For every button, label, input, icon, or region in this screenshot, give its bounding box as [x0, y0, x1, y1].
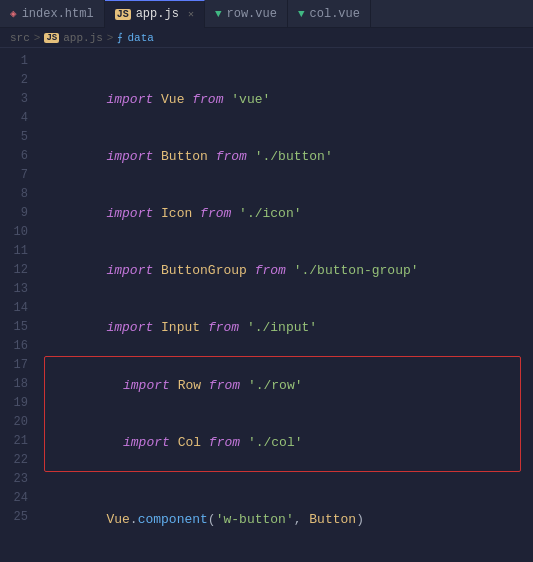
vue-icon-2: ▼: [298, 8, 305, 20]
bc-js-icon: JS: [44, 33, 59, 43]
js-icon: JS: [115, 9, 131, 20]
tab-label: row.vue: [227, 7, 277, 21]
bc-file: app.js: [63, 32, 103, 44]
code-line-2: import Vue from 'vue': [44, 71, 525, 128]
code-line-10: Vue.component('w-button', Button): [44, 491, 525, 548]
line-numbers: 1 2 3 4 5 6 7 8 9 10 11 12 13 14 15 16 1…: [0, 48, 36, 554]
code-line-8: import Col from './col': [45, 414, 520, 471]
code-line-7: import Row from './row': [45, 357, 520, 414]
tab-col-vue[interactable]: ▼ col.vue: [288, 0, 371, 28]
code-line-4: import Icon from './icon': [44, 185, 525, 242]
code-content[interactable]: import Vue from 'vue' import Button from…: [36, 48, 533, 554]
tab-index-html[interactable]: ◈ index.html: [0, 0, 105, 28]
tab-bar: ◈ index.html JS app.js ✕ ▼ row.vue ▼ col…: [0, 0, 533, 28]
code-editor: 1 2 3 4 5 6 7 8 9 10 11 12 13 14 15 16 1…: [0, 48, 533, 554]
vue-icon: ▼: [215, 8, 222, 20]
close-icon[interactable]: ✕: [188, 8, 194, 20]
bc-func: data: [127, 32, 153, 44]
code-lines-7-8-highlighted: import Row from './row' import Col from …: [44, 356, 521, 472]
bc-sep1: >: [34, 32, 41, 44]
breadcrumb: src > JS app.js > ⨍ data: [0, 28, 533, 48]
html-icon: ◈: [10, 7, 17, 20]
tab-app-js[interactable]: JS app.js ✕: [105, 0, 205, 28]
code-line-3: import Button from './button': [44, 128, 525, 185]
code-line-1: [44, 52, 525, 71]
code-line-9: [44, 472, 525, 491]
tab-label: app.js: [136, 7, 179, 21]
tab-row-vue[interactable]: ▼ row.vue: [205, 0, 288, 28]
editor-window: ◈ index.html JS app.js ✕ ▼ row.vue ▼ col…: [0, 0, 533, 554]
code-line-11: Vue.component('w-icon', Icon): [44, 548, 525, 554]
code-line-5: import ButtonGroup from './button-group': [44, 242, 525, 299]
bc-arrow: ⨍: [117, 31, 123, 44]
code-line-6: import Input from './input': [44, 299, 525, 356]
bc-root: src: [10, 32, 30, 44]
tab-label: index.html: [22, 7, 94, 21]
tab-label: col.vue: [310, 7, 360, 21]
bc-sep2: >: [107, 32, 114, 44]
